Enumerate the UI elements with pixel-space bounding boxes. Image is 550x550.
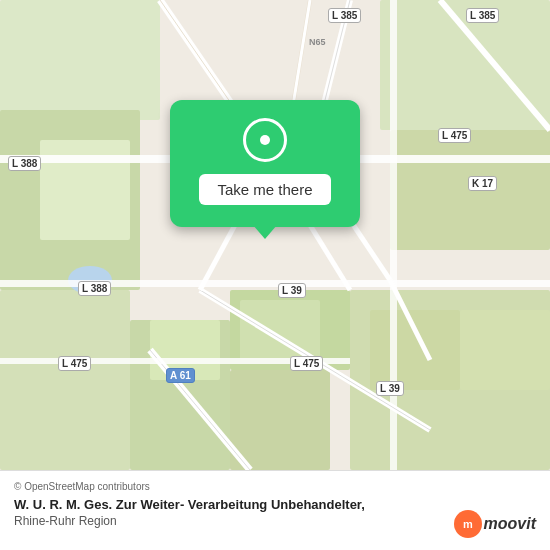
moovit-svg-icon: m [459, 515, 477, 533]
svg-rect-14 [460, 310, 550, 390]
moovit-icon: m [454, 510, 482, 538]
moovit-text: moovit [484, 515, 536, 533]
road-label-a61: A 61 [166, 368, 195, 383]
road-label-l385-top: L 385 [328, 8, 361, 23]
map-attribution: © OpenStreetMap contributors [14, 481, 536, 492]
pin-dot [260, 135, 270, 145]
road-label-l475-left: L 475 [58, 356, 91, 371]
svg-rect-8 [380, 0, 550, 130]
info-bar: © OpenStreetMap contributors W. U. R. M.… [0, 470, 550, 550]
svg-rect-13 [370, 310, 460, 390]
road-label-l39-bot: L 39 [376, 381, 404, 396]
svg-rect-1 [0, 0, 160, 120]
map-container: L 385 L 385 L 475 L 475 L 475 K 17 L 388… [0, 0, 550, 550]
road-label-n65: N65 [306, 36, 329, 48]
svg-rect-22 [390, 0, 397, 470]
svg-rect-12 [240, 300, 320, 360]
road-label-l388-mid: L 388 [78, 281, 111, 296]
road-label-l39-mid: L 39 [278, 283, 306, 298]
moovit-logo: m moovit [454, 510, 536, 538]
popup-bubble: Take me there [170, 100, 360, 227]
location-pin-icon [243, 118, 287, 162]
road-label-k17: K 17 [468, 176, 497, 191]
svg-text:m: m [463, 518, 473, 530]
road-label-l475-right: L 475 [438, 128, 471, 143]
take-me-there-button[interactable]: Take me there [199, 174, 330, 205]
road-label-l388-left: L 388 [8, 156, 41, 171]
svg-rect-3 [0, 290, 130, 470]
location-popup: Take me there [155, 100, 375, 227]
road-label-l385-right: L 385 [466, 8, 499, 23]
svg-rect-6 [230, 370, 330, 470]
road-label-l475-mid: L 475 [290, 356, 323, 371]
